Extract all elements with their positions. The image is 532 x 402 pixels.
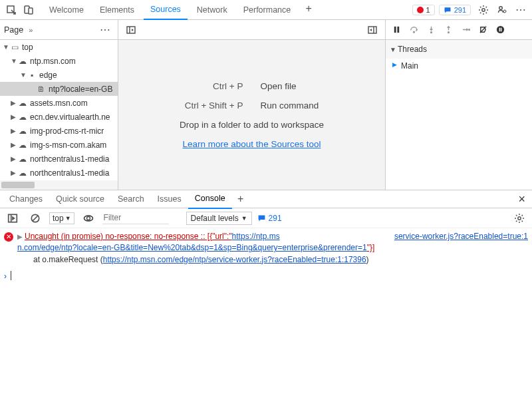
step-icon[interactable] xyxy=(459,23,472,37)
debugger-sidebar: ▼Threads Main service-worker.js #30 (()=… xyxy=(386,40,532,190)
cloud-icon: ☁ xyxy=(17,140,28,150)
tab-welcome[interactable]: Welcome xyxy=(43,0,90,20)
shortcut-key: Ctrl + P xyxy=(137,81,243,91)
error-trace: at o.makeRequest ( xyxy=(33,255,103,264)
learn-more-link[interactable]: Learn more about the Sources tool xyxy=(183,139,321,149)
section-title: Threads xyxy=(398,45,427,54)
svg-point-4 xyxy=(499,6,503,9)
log-level-value: Default levels xyxy=(191,214,239,223)
panel-tabs: Welcome Elements Sources Network Perform… xyxy=(43,0,412,20)
svg-point-11 xyxy=(430,32,432,33)
error-icon: ✕ xyxy=(4,232,13,242)
filter-input[interactable] xyxy=(102,212,169,224)
drawer-tab-quicksource[interactable]: Quick source xyxy=(49,189,111,209)
shortcut-action: Run command xyxy=(261,100,367,110)
tree-domain-ntp[interactable]: ▼☁ntp.msn.com xyxy=(0,54,118,68)
tree-label: northcentralus1-media xyxy=(30,154,109,164)
svg-point-21 xyxy=(518,216,521,219)
error-source-link[interactable]: service-worker.js?raceEnabled=true:1 xyxy=(394,231,528,242)
cloud-icon: ☁ xyxy=(17,154,28,164)
tab-elements[interactable]: Elements xyxy=(93,0,141,20)
drawer-tab-issues[interactable]: Issues xyxy=(151,189,188,209)
console-sidebar-icon[interactable] xyxy=(4,210,21,227)
tree-folder-edge[interactable]: ▼▪edge xyxy=(0,68,118,82)
console-settings-icon[interactable] xyxy=(511,210,528,227)
clear-console-icon[interactable] xyxy=(27,210,44,227)
context-value: top xyxy=(53,214,64,223)
cloud-icon: ☁ xyxy=(17,112,28,122)
live-expression-icon[interactable] xyxy=(80,210,97,227)
step-into-icon[interactable] xyxy=(424,23,438,37)
hide-navigator-icon[interactable] xyxy=(122,21,140,39)
add-drawer-tab-icon[interactable]: + xyxy=(232,190,249,208)
console-toolbar: top▼ Default levels▼ 291 xyxy=(0,208,532,228)
tree-label: top xyxy=(22,43,33,52)
close-drawer-icon[interactable]: × xyxy=(514,192,529,206)
tree-domain-ecn[interactable]: ▶☁ecn.dev.virtualearth.ne xyxy=(0,110,118,124)
console-body: ✕ ▶Uncaught (in promise) no-response: no… xyxy=(0,228,532,385)
context-selector[interactable]: top▼ xyxy=(49,212,74,224)
hide-debugger-icon[interactable] xyxy=(364,21,381,39)
add-tab-icon[interactable]: + xyxy=(300,0,317,17)
message-icon xyxy=(257,214,266,222)
tab-sources[interactable]: Sources xyxy=(144,0,188,20)
deactivate-breakpoints-icon[interactable] xyxy=(476,23,489,37)
svg-rect-16 xyxy=(500,28,501,32)
settings-icon[interactable] xyxy=(475,1,492,19)
tree-label: northcentralus1-media xyxy=(30,168,109,178)
tree-domain-nc2[interactable]: ▶☁northcentralus1-media xyxy=(0,166,118,180)
drawer-tab-changes[interactable]: Changes xyxy=(3,189,49,209)
console-error-row[interactable]: ✕ ▶Uncaught (in promise) no-response: no… xyxy=(4,231,528,266)
cloud-icon: ☁ xyxy=(17,168,28,178)
file-navigator: ▼▭top ▼☁ntp.msn.com ▼▪edge 🗎ntp?locale=e… xyxy=(0,40,118,190)
thread-main[interactable]: Main xyxy=(386,59,532,190)
sources-main: ▼▭top ▼☁ntp.msn.com ▼▪edge 🗎ntp?locale=e… xyxy=(0,40,532,190)
devtools-toolbar: Welcome Elements Sources Network Perform… xyxy=(0,0,532,20)
console-msg-count[interactable]: 291 xyxy=(257,214,282,223)
message-badge[interactable]: 291 xyxy=(439,5,471,15)
device-toggle-icon[interactable] xyxy=(20,1,37,19)
tree-label: ntp?locale=en-GB xyxy=(49,85,112,94)
svg-rect-9 xyxy=(397,27,399,33)
tree-top[interactable]: ▼▭top xyxy=(0,40,118,54)
toolbar-right: 1 291 ⋯ xyxy=(412,1,529,19)
shortcut-action: Open file xyxy=(261,81,367,91)
tab-network[interactable]: Network xyxy=(190,0,234,20)
tree-file-ntp[interactable]: 🗎ntp?locale=en-GB xyxy=(0,82,118,96)
step-over-icon[interactable] xyxy=(407,23,420,37)
tree-domain-imgprod[interactable]: ▶☁img-prod-cms-rt-micr xyxy=(0,124,118,138)
feedback-icon[interactable] xyxy=(493,1,511,19)
tab-performance[interactable]: Performance xyxy=(237,0,298,20)
inspect-icon[interactable] xyxy=(3,1,20,19)
navigator-menu-icon[interactable]: ⋯ xyxy=(96,21,114,39)
tree-label: img-prod-cms-rt-micr xyxy=(30,126,104,136)
drawer-tab-console[interactable]: Console xyxy=(188,189,232,209)
error-trace-url[interactable]: https://ntp.msn.com/edge/ntp/service-wor… xyxy=(103,255,366,264)
svg-point-14 xyxy=(496,26,503,33)
error-url[interactable]: https://ntp.ms xyxy=(232,232,280,241)
tree-domain-nc1[interactable]: ▶☁northcentralus1-media xyxy=(0,152,118,166)
error-url[interactable]: n.com/edge/ntp?locale=en-GB&title=New%20… xyxy=(17,243,367,252)
threads-header[interactable]: ▼Threads xyxy=(386,40,532,59)
pause-icon[interactable] xyxy=(390,23,403,37)
svg-point-20 xyxy=(86,216,90,220)
navigator-scrollbar[interactable] xyxy=(0,180,118,190)
pause-on-exceptions-icon[interactable] xyxy=(493,23,507,37)
svg-rect-15 xyxy=(499,28,499,32)
count-value: 291 xyxy=(269,214,282,223)
step-out-icon[interactable] xyxy=(442,23,455,37)
more-icon[interactable]: ⋯ xyxy=(512,1,529,19)
console-prompt[interactable]: › xyxy=(4,271,528,282)
tree-label: edge xyxy=(39,71,57,80)
sources-toolbar-row: Page » ⋯ xyxy=(0,20,532,40)
cloud-icon: ☁ xyxy=(17,99,28,108)
tree-domain-assets[interactable]: ▶☁assets.msn.com xyxy=(0,96,118,110)
tree-domain-imgs[interactable]: ▶☁img-s-msn-com.akam xyxy=(0,138,118,152)
log-level-selector[interactable]: Default levels▼ xyxy=(186,212,252,225)
drawer-tab-search[interactable]: Search xyxy=(111,189,151,209)
tree-label: img-s-msn-com.akam xyxy=(30,140,106,150)
navigator-more-tabs-icon[interactable]: » xyxy=(29,26,33,34)
error-badge[interactable]: 1 xyxy=(412,5,435,15)
prompt-chevron-icon: › xyxy=(4,271,7,282)
navigator-tab-page[interactable]: Page xyxy=(4,25,23,35)
